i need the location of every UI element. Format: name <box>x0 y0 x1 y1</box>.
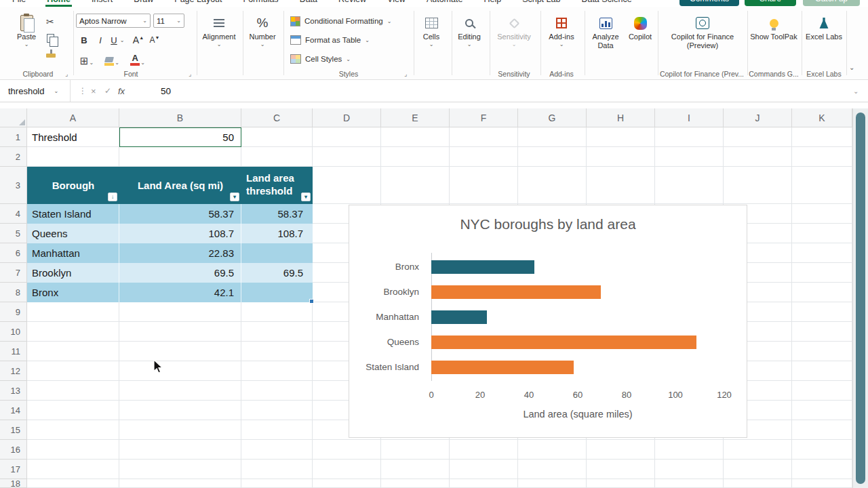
increase-font-size-button[interactable]: A▲ <box>130 33 146 47</box>
chart-bar-manhattan[interactable] <box>431 310 487 324</box>
cell-G2[interactable] <box>518 147 587 167</box>
table-header-land-area[interactable]: Land Area (sq mi) ▾ <box>119 167 241 204</box>
cell-I17[interactable] <box>655 460 724 479</box>
table-cell-threshold[interactable]: 58.37 <box>241 204 313 224</box>
table-cell-borough[interactable]: Staten Island <box>27 204 119 224</box>
tab-view[interactable]: View <box>386 0 407 7</box>
cell-G1[interactable] <box>518 127 587 147</box>
select-all-button[interactable] <box>0 108 27 127</box>
row-header-13[interactable]: 13 <box>0 381 27 401</box>
column-header-F[interactable]: F <box>450 108 518 127</box>
tab-file[interactable]: File <box>11 0 27 7</box>
fill-color-button[interactable]: ⌄ <box>102 50 122 66</box>
tab-formulas[interactable]: Formulas <box>242 0 280 7</box>
cell-K16[interactable] <box>792 440 852 460</box>
table-cell-land-area[interactable]: 22.83 <box>119 243 241 263</box>
tab-help[interactable]: Help <box>482 0 502 7</box>
cell-B13[interactable] <box>119 381 241 401</box>
row-header-1[interactable]: 1 <box>0 127 27 147</box>
table-cell-land-area[interactable]: 42.1 <box>119 283 241 302</box>
cell-I18[interactable] <box>655 479 724 488</box>
conditional-formatting-button[interactable]: Conditional Formatting ⌄ <box>290 13 412 29</box>
row-header-16[interactable]: 16 <box>0 440 27 460</box>
cell-A12[interactable] <box>27 361 119 381</box>
cell-A15[interactable] <box>27 420 119 440</box>
clipboard-dialog-launcher[interactable]: ⌟ <box>65 70 68 77</box>
chart-bar-brooklyn[interactable] <box>431 285 601 299</box>
cell-C14[interactable] <box>241 401 313 420</box>
row-header-6[interactable]: 6 <box>0 243 27 263</box>
cut-button[interactable]: ✂ <box>46 16 54 27</box>
share-button[interactable]: Share <box>745 0 796 6</box>
catch-up-button[interactable]: Catch up <box>803 0 860 6</box>
cell-D1[interactable] <box>313 127 381 147</box>
name-box-splitter[interactable]: ⋮ <box>79 80 87 102</box>
column-header-K[interactable]: K <box>792 108 852 127</box>
cell-G16[interactable] <box>518 440 587 460</box>
analyze-data-button[interactable]: Analyze Data <box>589 11 623 69</box>
styles-dialog-launcher[interactable]: ⌟ <box>404 70 407 77</box>
cell-I1[interactable] <box>655 127 724 147</box>
filter-button[interactable]: ▾ <box>301 192 311 201</box>
column-header-G[interactable]: G <box>518 108 587 127</box>
row-header-2[interactable]: 2 <box>0 147 27 167</box>
italic-button[interactable]: I <box>94 33 107 47</box>
tab-script-lab[interactable]: Script Lab <box>521 0 561 7</box>
cell-K7[interactable] <box>792 263 852 283</box>
row-header-8[interactable]: 8 <box>0 283 27 302</box>
cell-A1[interactable]: Threshold <box>27 127 119 147</box>
tab-automate[interactable]: Automate <box>425 0 465 7</box>
cell-A2[interactable] <box>27 147 119 167</box>
cell-C18[interactable] <box>241 479 313 488</box>
decrease-font-size-button[interactable]: A▼ <box>146 33 163 47</box>
cell-F17[interactable] <box>450 460 518 479</box>
font-color-button[interactable]: A ⌄ <box>127 50 148 66</box>
cell-K15[interactable] <box>792 420 852 440</box>
cell-C16[interactable] <box>241 440 313 460</box>
tab-review[interactable]: Review <box>337 0 368 7</box>
column-header-C[interactable]: C <box>241 108 313 127</box>
cell-J16[interactable] <box>724 440 792 460</box>
table-cell-borough[interactable]: Brooklyn <box>27 263 119 283</box>
collapse-ribbon-button[interactable]: ⌄ <box>849 64 854 71</box>
column-header-I[interactable]: I <box>655 108 724 127</box>
cell-E17[interactable] <box>381 460 450 479</box>
table-cell-land-area[interactable]: 108.7 <box>119 224 241 243</box>
cell-B11[interactable] <box>119 342 241 361</box>
cell-K18[interactable] <box>792 479 852 488</box>
cell-K4[interactable] <box>792 204 852 224</box>
cell-K6[interactable] <box>792 243 852 263</box>
vertical-scrollbar-thumb[interactable] <box>856 113 865 484</box>
row-header-3[interactable]: 3 <box>0 167 27 204</box>
row-header-12[interactable]: 12 <box>0 361 27 381</box>
cell-H18[interactable] <box>587 479 655 488</box>
cell-K1[interactable] <box>792 127 852 147</box>
cell-K10[interactable] <box>792 322 852 342</box>
cell-K3[interactable] <box>792 167 852 204</box>
cell-B16[interactable] <box>119 440 241 460</box>
format-as-table-button[interactable]: Format as Table ⌄ <box>290 32 412 48</box>
cell-A17[interactable] <box>27 460 119 479</box>
cell-C11[interactable] <box>241 342 313 361</box>
borders-button[interactable]: ⊞⌄ <box>77 50 96 66</box>
tab-insert[interactable]: Insert <box>90 0 114 7</box>
bold-button[interactable]: B <box>77 33 91 47</box>
cell-B2[interactable] <box>119 147 241 167</box>
editing-button[interactable]: Editing ⌄ <box>453 11 486 69</box>
cell-D17[interactable] <box>313 460 381 479</box>
cell-K2[interactable] <box>792 147 852 167</box>
row-header-4[interactable]: 4 <box>0 204 27 224</box>
cell-C1[interactable] <box>241 127 313 147</box>
cell-I16[interactable] <box>655 440 724 460</box>
table-resize-handle[interactable] <box>309 299 314 304</box>
add-ins-button[interactable]: Add-ins ⌄ <box>542 11 580 69</box>
paste-button[interactable]: Paste ⌄ <box>11 11 42 69</box>
underline-dropdown[interactable]: ⌄ <box>119 33 125 47</box>
cell-D2[interactable] <box>313 147 381 167</box>
table-cell-threshold[interactable]: 108.7 <box>241 224 313 243</box>
number-format-button[interactable]: % Number ⌄ <box>245 11 279 69</box>
row-header-11[interactable]: 11 <box>0 342 27 361</box>
cell-C15[interactable] <box>241 420 313 440</box>
tab-page-layout[interactable]: Page Layout <box>173 0 223 7</box>
cell-J1[interactable] <box>724 127 792 147</box>
